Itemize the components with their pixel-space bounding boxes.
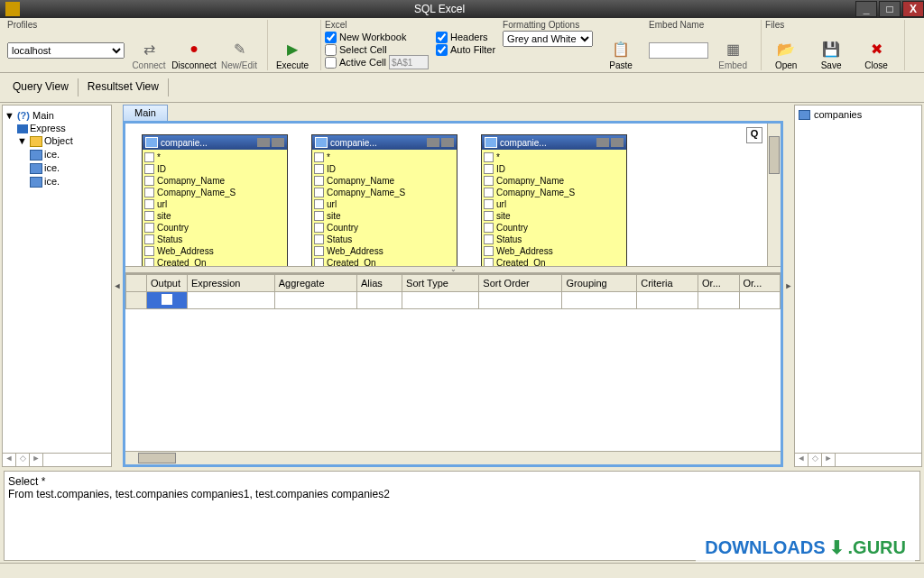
execute-button[interactable]: ▶Execute	[272, 31, 313, 70]
canvas-vscroll[interactable]	[767, 124, 781, 266]
field-item[interactable]: Country	[314, 222, 455, 234]
center-tab-main[interactable]: Main	[123, 105, 168, 121]
field-item[interactable]: Status	[314, 234, 455, 245]
field-item[interactable]: site	[144, 210, 285, 222]
field-item[interactable]: Comapny_Name_S	[144, 187, 285, 198]
close-button[interactable]: ✖Close	[855, 31, 897, 70]
criteria-grid[interactable]: OutputExpressionAggregateAliasSort TypeS…	[125, 273, 781, 309]
tree-ice-1[interactable]: ice.	[5, 161, 109, 175]
table-window-1[interactable]: companie...*IDComapny_NameComapny_Name_S…	[311, 134, 457, 266]
excel-label: Excel	[325, 20, 429, 30]
headers-check[interactable]: Headers	[436, 31, 495, 43]
close-window-button[interactable]: X	[902, 1, 924, 17]
field-item[interactable]: *	[144, 151, 285, 163]
output-cell[interactable]	[147, 291, 188, 308]
left-nav-prev[interactable]: ◄	[3, 454, 16, 466]
tree-ice-0[interactable]: ice.	[5, 148, 109, 161]
field-item[interactable]: Web_Address	[144, 245, 285, 257]
restore-icon[interactable]	[611, 138, 624, 147]
field-item[interactable]: ID	[144, 163, 285, 175]
designer-hscroll[interactable]	[125, 451, 781, 464]
left-collapse-handle[interactable]: ◄	[114, 103, 121, 469]
field-item[interactable]: Status	[484, 234, 624, 245]
field-item[interactable]: site	[484, 210, 624, 222]
horizontal-splitter[interactable]: ⌄	[125, 266, 781, 273]
paste-button[interactable]: 📋Paste	[600, 31, 642, 70]
restore-icon[interactable]	[272, 138, 284, 147]
table-window-2[interactable]: companie...*IDComapny_NameComapny_Name_S…	[481, 134, 627, 266]
connect-icon: ⇄	[139, 39, 159, 59]
grid-header[interactable]: Or...	[739, 274, 781, 291]
field-item[interactable]: ID	[314, 163, 455, 175]
connect-button[interactable]: ⇄Connect	[128, 31, 170, 70]
newedit-button[interactable]: ✎New/Edit	[218, 31, 260, 70]
field-item[interactable]: ID	[484, 163, 624, 175]
grid-header[interactable]: Sort Type	[402, 274, 479, 291]
field-item[interactable]: Status	[144, 234, 285, 245]
grid-header[interactable]: Sort Order	[479, 274, 562, 291]
table-window-0[interactable]: companie...*IDComapny_NameComapny_Name_S…	[142, 134, 288, 266]
field-item[interactable]: Comapny_Name	[314, 175, 455, 187]
select-cell-check[interactable]: Select Cell	[325, 43, 429, 56]
title-bar: SQL Excel _ □ X	[0, 0, 924, 18]
embed-name-input[interactable]	[649, 42, 708, 59]
grid-header[interactable]: Grouping	[562, 274, 637, 291]
right-collapse-handle[interactable]: ►	[785, 103, 792, 469]
field-item[interactable]: Comapny_Name	[144, 175, 285, 187]
table-window-titlebar[interactable]: companie...	[482, 135, 626, 150]
autofilter-check[interactable]: Auto Filter	[436, 43, 495, 56]
save-button[interactable]: 💾Save	[810, 31, 852, 70]
open-button[interactable]: 📂Open	[765, 31, 807, 70]
field-item[interactable]: url	[484, 198, 624, 210]
tree-express[interactable]: Express	[5, 122, 109, 134]
right-nav-mid[interactable]: ◇	[808, 454, 822, 466]
table-window-titlebar[interactable]: companie...	[312, 135, 457, 150]
field-item[interactable]: url	[144, 198, 285, 210]
profile-select[interactable]: localhost	[7, 42, 125, 59]
restore-icon[interactable]	[441, 138, 454, 147]
grid-header[interactable]: Criteria	[637, 274, 698, 291]
field-item[interactable]: Comapny_Name_S	[314, 187, 455, 198]
minimize-icon[interactable]	[427, 138, 439, 147]
new-workbook-check[interactable]: New Workbook	[325, 31, 429, 43]
right-nav-prev[interactable]: ◄	[795, 454, 808, 466]
formatting-select[interactable]: Grey and White	[503, 31, 593, 47]
field-item[interactable]: Comapny_Name	[484, 175, 624, 187]
maximize-button[interactable]: □	[879, 1, 901, 17]
active-cell-check[interactable]: Active Cell	[325, 57, 386, 69]
grid-header[interactable]: Or...	[698, 274, 739, 291]
embed-button[interactable]: ▦Embed	[712, 31, 753, 70]
field-item[interactable]: site	[314, 210, 455, 222]
minimize-button[interactable]: _	[855, 1, 877, 17]
q-icon[interactable]: Q	[746, 127, 762, 143]
field-item[interactable]: Created_On	[144, 257, 285, 266]
table-window-titlebar[interactable]: companie...	[143, 135, 287, 150]
field-item[interactable]: Comapny_Name_S	[484, 187, 624, 198]
field-item[interactable]: Web_Address	[314, 245, 455, 257]
tab-resultset-view[interactable]: Resultset View	[82, 78, 164, 96]
grid-header[interactable]: Expression	[188, 274, 275, 291]
field-item[interactable]: Country	[484, 222, 624, 234]
field-item[interactable]: *	[484, 151, 624, 163]
design-canvas[interactable]: Q companie...*IDComapny_NameComapny_Name…	[125, 124, 781, 266]
left-nav-mid[interactable]: ◇	[16, 454, 30, 466]
tab-query-view[interactable]: Query View	[7, 78, 74, 96]
tree-ice-2[interactable]: ice.	[5, 175, 109, 188]
tree-object[interactable]: ▼ Object	[5, 134, 109, 148]
field-item[interactable]: *	[314, 151, 455, 163]
field-item[interactable]: Created_On	[314, 257, 455, 266]
table-list-item[interactable]: companies	[799, 109, 918, 120]
grid-header[interactable]: Output	[147, 274, 188, 291]
disconnect-button[interactable]: ●Disconnect	[173, 31, 215, 70]
right-nav-next[interactable]: ►	[822, 454, 836, 466]
minimize-icon[interactable]	[257, 138, 270, 147]
grid-header[interactable]: Aggregate	[274, 274, 356, 291]
left-nav-next[interactable]: ►	[30, 454, 43, 466]
field-item[interactable]: url	[314, 198, 455, 210]
tree-main[interactable]: ▼ (?) Main	[5, 109, 109, 122]
field-item[interactable]: Created_On	[484, 257, 624, 266]
grid-header[interactable]: Alias	[356, 274, 402, 291]
minimize-icon[interactable]	[596, 138, 609, 147]
field-item[interactable]: Web_Address	[484, 245, 624, 257]
field-item[interactable]: Country	[144, 222, 285, 234]
